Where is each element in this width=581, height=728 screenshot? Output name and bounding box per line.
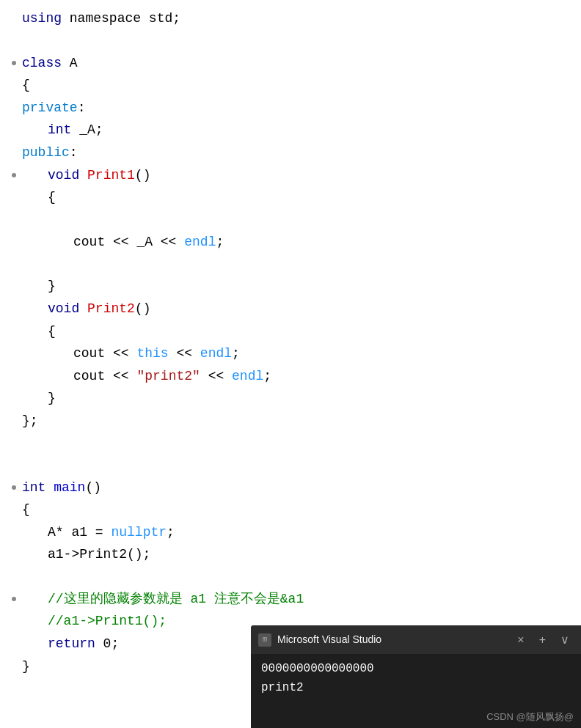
code-line: public: (7, 141, 581, 164)
line-marker (12, 597, 16, 601)
code-token: << (200, 369, 232, 383)
code-line (7, 253, 581, 275)
code-token: A (62, 56, 78, 70)
terminal-titlebar: ⊞ Microsoft Visual Studio × + ∨ (251, 625, 581, 654)
code-token: int (22, 480, 45, 495)
watermark: CSDN @随风飘扬@ (486, 709, 574, 725)
code-token: ; (263, 369, 271, 383)
code-token: << (169, 346, 200, 361)
code-token: cout << _A << (73, 235, 184, 249)
code-token: { (48, 324, 56, 339)
code-token: 0; (95, 636, 119, 651)
code-token: class (22, 56, 62, 70)
code-token: void (48, 168, 79, 183)
code-token: A* a1 = (48, 525, 111, 540)
terminal-output-0: 0000000000000000 (261, 660, 571, 679)
code-token: () (85, 480, 101, 495)
code-token (45, 480, 54, 495)
code-line (7, 566, 581, 588)
code-line: } (7, 387, 581, 410)
line-marker (12, 485, 16, 490)
code-line: int _A; (7, 119, 581, 141)
code-token: Print1 (87, 168, 135, 183)
terminal-output-1: print2 (261, 679, 571, 698)
code-token: Print2 (87, 301, 135, 316)
code-line (7, 433, 581, 455)
code-token (79, 168, 87, 183)
code-token: : (70, 145, 78, 160)
code-line: }; (7, 410, 581, 433)
code-token: ; (216, 235, 224, 249)
code-token: () (135, 301, 151, 316)
code-token: this (136, 346, 168, 361)
code-token: }; (22, 413, 38, 428)
code-token: //a1->Print1(); (48, 614, 167, 628)
code-line (7, 30, 581, 52)
code-token: return (48, 636, 95, 651)
code-token: endl (232, 369, 263, 383)
code-line: { (7, 320, 581, 343)
code-token: endl (184, 235, 216, 249)
line-marker (12, 173, 16, 177)
code-token: namespace std; (62, 11, 180, 26)
code-token: cout << (73, 346, 136, 361)
code-token: cout << (73, 369, 136, 383)
code-line: { (7, 499, 581, 521)
code-line: //这里的隐藏参数就是 a1 注意不会是&a1 (7, 588, 581, 611)
code-line (7, 455, 581, 477)
code-line: int main() (7, 477, 581, 499)
code-line: void Print2() (7, 298, 581, 320)
code-token: : (78, 100, 86, 115)
terminal-overlay[interactable]: ⊞ Microsoft Visual Studio × + ∨ 00000000… (251, 625, 581, 728)
code-token: } (48, 279, 56, 293)
code-line: using namespace std; (7, 7, 581, 30)
code-line: a1->Print2(); (7, 543, 581, 566)
line-marker (12, 61, 16, 65)
code-line: cout << this << endl; (7, 342, 581, 365)
code-token: { (48, 190, 56, 205)
code-token: a1->Print2(); (48, 547, 150, 562)
code-line (7, 209, 581, 231)
code-token: { (22, 502, 30, 517)
code-line: A* a1 = nullptr; (7, 521, 581, 544)
code-token: using (22, 11, 62, 26)
code-token: { (22, 78, 30, 92)
code-line: void Print1() (7, 164, 581, 187)
code-token (79, 301, 87, 316)
terminal-footer: CSDN @随风飘扬@ (251, 706, 581, 728)
terminal-plus-btn[interactable]: + (535, 630, 550, 650)
code-token: ; (232, 346, 240, 361)
code-token: nullptr (111, 525, 167, 540)
terminal-icon: ⊞ (258, 633, 271, 647)
code-line: cout << "print2" << endl; (7, 365, 581, 388)
terminal-chevron-btn[interactable]: ∨ (556, 630, 574, 650)
code-token: void (48, 301, 79, 316)
terminal-title: Microsoft Visual Studio (277, 631, 507, 649)
code-token: } (22, 659, 30, 674)
code-line: class A (7, 52, 581, 75)
code-editor: using namespace std;class A{private:int … (0, 0, 581, 685)
code-line: { (7, 186, 581, 209)
terminal-content: 0000000000000000 print2 (251, 654, 581, 706)
code-token: ; (167, 525, 175, 540)
code-token: () (135, 168, 151, 183)
code-token: } (48, 391, 56, 405)
code-token: //这里的隐藏参数就是 a1 注意不会是&a1 (48, 592, 304, 606)
code-token: main (54, 480, 85, 495)
code-token: private (22, 100, 78, 115)
code-token: "print2" (136, 369, 200, 383)
code-token: public (22, 145, 70, 160)
code-line: private: (7, 97, 581, 120)
terminal-close-btn[interactable]: × (513, 630, 528, 650)
code-token: endl (200, 346, 232, 361)
code-line: } (7, 275, 581, 298)
code-line: cout << _A << endl; (7, 231, 581, 254)
code-line: { (7, 74, 581, 97)
code-token: _A; (71, 122, 103, 137)
code-token: int (48, 122, 71, 137)
